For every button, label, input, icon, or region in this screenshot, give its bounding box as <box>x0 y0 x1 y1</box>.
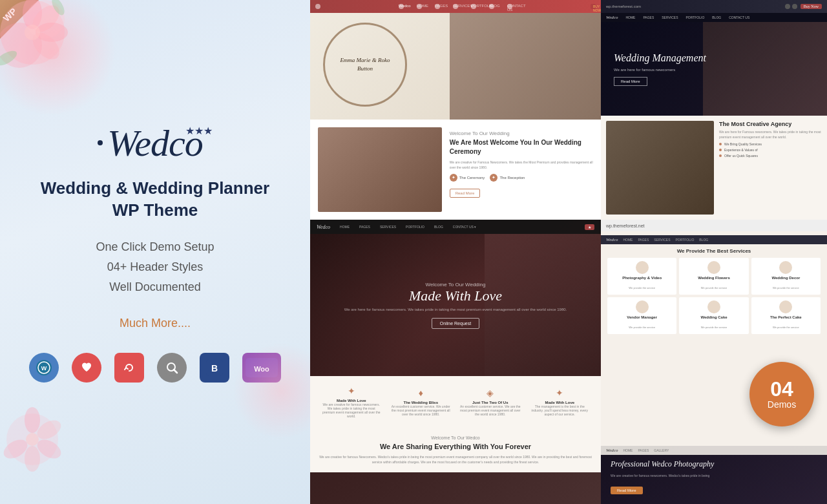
right-panel: Wedco HOME PAGES SERVICES PORTFOLIO BLOG… <box>310 0 827 504</box>
svg-text:W: W <box>41 365 47 372</box>
hero-main-title: Made With Love <box>344 288 567 304</box>
service-card-6: The Perfect Cake We provide the service <box>751 297 821 334</box>
photo-button: Read More <box>611 487 643 494</box>
feature-2: 04+ Header Styles <box>96 260 214 274</box>
service-4-icon <box>636 300 649 313</box>
service-3-icon <box>779 261 792 274</box>
svg-point-5 <box>36 23 68 42</box>
couple-names: Emma Marie & Roko Button <box>333 56 397 74</box>
screenshot-demo-3: Wedco HOME PAGES SERVICES PORTFOLIO BLOG… <box>310 220 601 504</box>
svg-point-27 <box>1 436 31 463</box>
service-card-2: Wedding Flowers We provide the service <box>679 258 748 295</box>
hero-description: We are here for famous newcomers. We tak… <box>344 308 567 311</box>
wpml-icon <box>157 353 187 383</box>
service-4-title: Vendor Manager <box>611 315 673 319</box>
screenshot-2-header: wp.themeforest.com Buy Now <box>601 0 827 13</box>
service-card-4: Vendor Manager We provide the service <box>607 297 676 334</box>
svg-point-28 <box>26 433 39 446</box>
service-card-5: Wedding Cake We provide the service <box>679 297 748 334</box>
plugin-icons: W B <box>29 353 281 383</box>
svg-point-6 <box>28 28 65 65</box>
feature-2-icon: ♦ <box>390 388 452 399</box>
heart-icon <box>72 353 101 383</box>
screenshot-3-nav: Wedco HOME PAGES SERVICES PORTFOLIO BLOG… <box>310 220 601 234</box>
logo-dot <box>98 140 103 145</box>
hero-button: Online Request <box>432 318 479 329</box>
svg-rect-14 <box>121 359 138 376</box>
service-5-title: Wedding Cake <box>682 315 745 319</box>
svg-rect-20 <box>246 358 278 377</box>
nav-logo: Wedco <box>399 4 404 9</box>
feature-3-icon: ◈ <box>459 388 521 399</box>
more-link[interactable]: Much More.... <box>120 317 191 330</box>
feature-item-4: ✦ Made With Love The management is the b… <box>529 388 591 416</box>
logo-container: Wedco ★★★ <box>107 121 202 165</box>
floral-decoration-br <box>0 394 78 472</box>
svg-point-9 <box>49 0 67 17</box>
logo-stars: ★★★ <box>185 125 213 137</box>
service-1-icon <box>636 261 649 274</box>
screenshot-1-header: Wedco HOME PAGES SERVICES PORTFOLIO BLOG… <box>310 0 601 13</box>
bootstrap-icon: B <box>200 353 229 383</box>
screenshot-4-nav: Wedco HOME PAGES SERVICES PORTFOLIO BLOG <box>601 235 827 244</box>
service-5-icon <box>707 300 720 313</box>
screenshot-3-logo: Wedco <box>317 224 330 230</box>
svg-point-24 <box>34 417 65 443</box>
photo-section-content: Professional Wedco Photography We are cr… <box>611 459 817 494</box>
svg-point-25 <box>34 436 65 463</box>
left-panel: WP Wedco ★★★ Wedding & Wedding Planner W… <box>0 0 310 504</box>
screenshot-1-hero: Emma Marie & Roko Button <box>310 13 601 120</box>
screenshot-demo-1: Wedco HOME PAGES SERVICES PORTFOLIO BLOG… <box>310 0 601 220</box>
screenshot-demo-2: wp.themeforest.com Buy Now Wedco HOME PA… <box>601 0 827 220</box>
service-2-title: Wedding Flowers <box>682 276 745 280</box>
service-3-title: Wedding Decor <box>755 276 817 280</box>
woocommerce-icon: Woo <box>242 353 281 383</box>
feature-4-icon: ✦ <box>529 388 591 399</box>
feature-item-1: ✦ Made With Love We are creative for fam… <box>320 386 382 418</box>
screenshot-4-photo-nav: Wedco HOME PAGES GALLERY <box>601 446 827 455</box>
feature-2-desc: An excellent customer service. We under … <box>390 404 452 416</box>
feature-item-3: ◈ Just The Two Of Us An excellent custom… <box>459 388 521 416</box>
screenshot-2-nav: Wedco HOME PAGES SERVICES PORTFOLIO BLOG… <box>601 13 827 22</box>
svg-point-15 <box>163 359 180 376</box>
feature-1-icon: ✦ <box>320 386 382 397</box>
screenshot-3-share: Welcome To Our Wedco We Are Sharing Ever… <box>310 428 601 472</box>
services-title: We Provide The Best Services <box>607 248 821 254</box>
hero-subtitle: Welcome To Our Wedding <box>344 282 567 288</box>
screenshot-4-photo: Wedco HOME PAGES GALLERY Professional We… <box>601 446 827 504</box>
revolution-slider-icon <box>114 353 144 383</box>
service-card-1: Photography & Video We provide the servi… <box>607 258 676 295</box>
screenshot-4-header: wp.themeforest.net <box>601 220 827 231</box>
feature-item-2: ♦ The Wedding Bliss An excellent custome… <box>390 388 452 416</box>
screenshot-2-agency: The Most Creative Agency We are here for… <box>601 116 827 220</box>
demo-count-badge: 04 Demos <box>749 362 814 426</box>
svg-point-7 <box>25 25 40 40</box>
screenshot-2-hero: Wedding Management We are here for famou… <box>601 22 827 116</box>
photo-title: Professional Wedco Photography <box>611 459 817 470</box>
screenshot-2-title: Wedding Management <box>614 52 706 64</box>
service-1-title: Photography & Video <box>611 276 673 280</box>
svg-point-26 <box>25 446 40 472</box>
welcome-title: We Are Most Welcome You In Our Wedding C… <box>450 138 593 156</box>
service-card-3: Wedding Decor We provide the service <box>751 258 821 295</box>
feature-3: Well Documented <box>96 280 214 294</box>
tagline: Wedding & Wedding Planner WP Theme <box>26 178 284 222</box>
demo-label: Demos <box>768 399 796 410</box>
svg-point-22 <box>6 414 58 465</box>
screenshot-3-hero: Welcome To Our Wedding Made With Love We… <box>310 234 601 376</box>
feature-1-desc: We are creative for famous newcomers. We… <box>320 403 382 418</box>
svg-point-23 <box>25 407 40 433</box>
service-2-icon <box>707 261 720 274</box>
wp-badge-text: WP <box>1 6 19 23</box>
agency-title: The Most Creative Agency <box>719 121 822 127</box>
screenshot-3-features: ✦ Made With Love We are creative for fam… <box>310 376 601 428</box>
screenshot-1-content: Welcome To Our Wedding We Are Most Welco… <box>310 120 601 220</box>
service-6-icon <box>779 300 792 313</box>
wordpress-icon: W <box>29 353 59 383</box>
wp-badge: WP <box>0 0 39 39</box>
demo-number: 04 <box>770 379 793 399</box>
svg-point-8 <box>0 48 19 68</box>
screenshot-demo-4: 04 Demos wp.themeforest.net Wedco HOME P… <box>601 220 827 504</box>
feature-1: One Click Demo Setup <box>96 240 214 254</box>
svg-text:Woo: Woo <box>254 365 269 373</box>
